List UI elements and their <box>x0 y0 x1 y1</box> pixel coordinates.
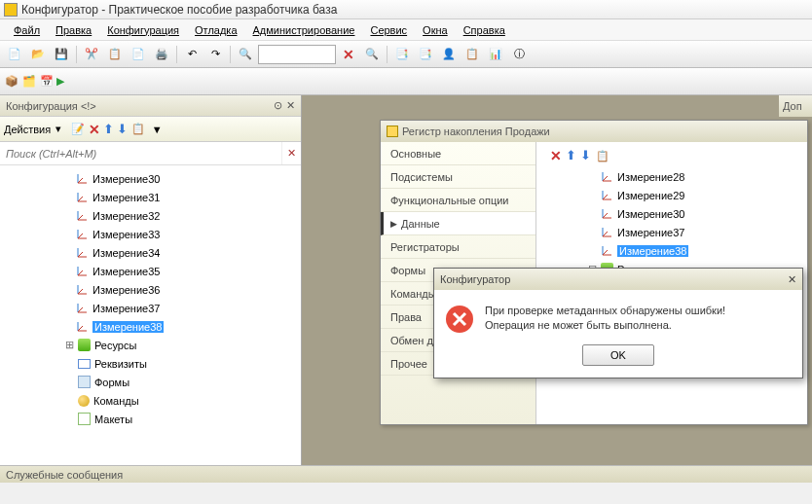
menu-service[interactable]: Сервис <box>362 22 415 38</box>
tree-item[interactable]: Измерение34 <box>29 243 301 262</box>
svg-line-38 <box>603 232 608 236</box>
props-button[interactable]: 📝 <box>70 122 86 137</box>
dialog-titlebar[interactable]: Конфигуратор ✕ <box>434 269 802 290</box>
reg-movedn-button[interactable]: ⬇ <box>580 148 591 163</box>
svg-line-29 <box>603 176 608 181</box>
menu-help[interactable]: Справка <box>456 22 513 38</box>
filter-button[interactable]: ▼ <box>149 122 165 137</box>
sort-button[interactable]: 📋 <box>130 122 146 137</box>
save-button[interactable]: 💾 <box>51 44 72 65</box>
svg-line-26 <box>78 326 83 331</box>
movedn-button[interactable]: ⬇ <box>117 122 128 136</box>
config-toolbar: Действия ▾ 📝 ✕ ⬆ ⬇ 📋 ▼ <box>0 117 301 142</box>
register-tree-item[interactable]: Измерение28 <box>581 167 801 186</box>
cut-button[interactable]: ✂️ <box>81 44 102 65</box>
tree-folder[interactable]: Макеты <box>29 410 301 428</box>
tb-b[interactable]: 📑 <box>415 44 436 65</box>
app-icon <box>4 3 18 17</box>
register-tree-item[interactable]: Измерение30 <box>581 204 801 223</box>
tree-folder[interactable]: ⊞Ресурсы <box>29 336 301 354</box>
panel-close-icon[interactable]: ✕ <box>286 99 295 112</box>
reg-list-button[interactable]: 📋 <box>595 148 610 163</box>
svg-line-14 <box>78 252 83 257</box>
menu-debug[interactable]: Отладка <box>187 22 244 38</box>
register-tab[interactable]: Основные <box>381 142 535 165</box>
svg-line-35 <box>603 213 608 218</box>
new-button[interactable]: 📄 <box>4 44 25 65</box>
search-row: ✕ <box>0 142 301 165</box>
error-dialog: Конфигуратор ✕ При проверке метаданных о… <box>433 268 803 378</box>
statusbar: Служебные сообщения <box>0 465 812 483</box>
tree-item[interactable]: Измерение37 <box>29 299 301 317</box>
menu-configuration[interactable]: Конфигурация <box>99 22 187 38</box>
tb2-a[interactable]: 📦 <box>4 74 19 90</box>
search-input[interactable] <box>0 142 281 164</box>
undo-button[interactable]: ↶ <box>181 44 203 65</box>
config-tree[interactable]: Измерение30Измерение31Измерение32Измерен… <box>0 165 301 465</box>
tb2-run[interactable]: ▶ <box>56 75 64 88</box>
dialog-title: Конфигуратор <box>440 273 510 285</box>
svg-line-5 <box>78 197 83 201</box>
register-tree-item[interactable]: Измерение37 <box>581 223 801 241</box>
menu-admin[interactable]: Администрирование <box>245 22 363 38</box>
register-titlebar[interactable]: Регистр накопления Продажи <box>381 121 807 142</box>
tb2-b[interactable]: 🗂️ <box>21 74 37 90</box>
tb-info[interactable]: ⓘ <box>508 44 530 65</box>
tb-c[interactable]: 📋 <box>461 44 483 65</box>
zoom-button[interactable]: 🔍 <box>235 44 256 65</box>
register-tab[interactable]: ▶Данные <box>381 212 535 235</box>
paste-button[interactable]: 📄 <box>128 44 149 65</box>
tb-user[interactable]: 👤 <box>438 44 460 65</box>
menu-windows[interactable]: Окна <box>415 22 456 38</box>
right-tab[interactable]: Доп <box>779 95 812 117</box>
main-toolbar: 📄 📂 💾 ✂️ 📋 📄 🖨️ ↶ ↷ 🔍 ✕ 🔍 📑 📑 👤 📋 📊 ⓘ <box>0 41 812 68</box>
tree-item[interactable]: Измерение38 <box>29 317 301 336</box>
redo-button[interactable]: ↷ <box>204 44 226 65</box>
print-button[interactable]: 🖨️ <box>151 44 172 65</box>
tb-d[interactable]: 📊 <box>485 44 506 65</box>
svg-line-2 <box>78 178 83 183</box>
tb-a[interactable]: 📑 <box>391 44 413 65</box>
tree-folder[interactable]: Реквизиты <box>29 354 301 373</box>
register-tree-item[interactable]: Измерение29 <box>581 186 801 204</box>
tree-item[interactable]: Измерение35 <box>29 262 301 280</box>
tree-item[interactable]: Измерение30 <box>29 169 301 188</box>
svg-line-32 <box>603 195 608 199</box>
tree-item[interactable]: Измерение33 <box>29 225 301 243</box>
secondary-toolbar: 📦 🗂️ 📅 ▶ <box>0 68 812 95</box>
dialog-text: При проверке метаданных обнаружены ошибк… <box>485 304 725 335</box>
ok-button[interactable]: OK <box>582 344 654 366</box>
panel-pin-icon[interactable]: ⊙ <box>274 99 282 112</box>
tb2-c[interactable]: 📅 <box>39 74 55 90</box>
tree-folder[interactable]: Команды <box>29 391 301 410</box>
register-title: Регистр накопления Продажи <box>402 126 550 137</box>
titlebar: Конфигуратор - Практическое пособие разр… <box>0 0 812 19</box>
actions-label[interactable]: Действия <box>4 124 51 135</box>
register-tab[interactable]: Подсистемы <box>381 165 535 189</box>
toolbar-search[interactable] <box>258 45 336 64</box>
menu-edit[interactable]: Правка <box>48 22 99 38</box>
tree-item[interactable]: Измерение36 <box>29 280 301 299</box>
tree-folder[interactable]: Формы <box>29 373 301 391</box>
error-icon <box>444 304 475 335</box>
moveup-button[interactable]: ⬆ <box>103 122 114 136</box>
search-go-button[interactable]: 🔍 <box>361 44 383 65</box>
reg-delete-button[interactable]: ✕ <box>550 148 562 163</box>
delete-button[interactable]: ✕ <box>89 122 100 137</box>
tree-item[interactable]: Измерение32 <box>29 206 301 225</box>
search-clear-button[interactable]: ✕ <box>338 44 359 65</box>
register-toolbar: ✕ ⬆ ⬇ 📋 <box>542 148 801 163</box>
dialog-line1: При проверке метаданных обнаружены ошибк… <box>485 304 725 318</box>
register-tab[interactable]: Функциональные опции <box>381 189 535 212</box>
copy-button[interactable]: 📋 <box>104 44 126 65</box>
dialog-close-icon[interactable]: ✕ <box>788 273 796 286</box>
status-text: Служебные сообщения <box>6 469 123 481</box>
tree-item[interactable]: Измерение31 <box>29 188 301 206</box>
register-tree-item[interactable]: Измерение38 <box>581 241 801 260</box>
open-button[interactable]: 📂 <box>27 44 49 65</box>
menu-file[interactable]: Файл <box>6 22 48 38</box>
menubar: Файл Правка Конфигурация Отладка Админис… <box>0 19 812 41</box>
register-tab[interactable]: Регистраторы <box>381 235 535 259</box>
search-clear[interactable]: ✕ <box>281 142 301 164</box>
reg-moveup-button[interactable]: ⬆ <box>566 148 576 163</box>
